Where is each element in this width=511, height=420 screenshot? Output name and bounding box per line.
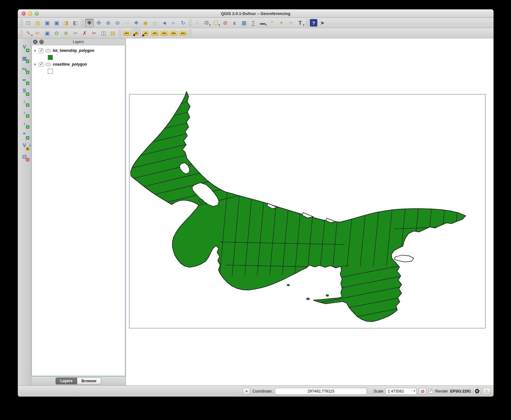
chevron-down-icon[interactable]: ▼: [218, 24, 221, 27]
field-calculator-icon[interactable]: ∑: [249, 19, 258, 27]
pan-to-selection-icon[interactable]: ✜: [94, 19, 103, 27]
zoom-last-icon[interactable]: ◄: [160, 19, 169, 27]
select-features-icon[interactable]: ☐▼: [211, 19, 220, 27]
scale-label: Scale: [374, 389, 383, 393]
add-delimited-text-layer-icon[interactable]: ❞+: [20, 130, 29, 139]
crs-status-button[interactable]: ⊕: [473, 388, 481, 395]
remove-layer-icon[interactable]: ⊟−: [20, 152, 29, 161]
new-shapefile-layer-icon[interactable]: V✱▼: [20, 141, 29, 150]
zoom-to-selection-icon[interactable]: ◉: [141, 19, 150, 27]
cut-features-icon[interactable]: ✂: [90, 29, 98, 37]
panel-detach-icon[interactable]: ❐: [39, 40, 44, 44]
message-log-button[interactable]: ⚠: [483, 388, 490, 395]
help-contents-glyph: ?: [312, 21, 315, 25]
zoom-native-icon[interactable]: 1:1: [122, 19, 131, 27]
chevron-down-icon[interactable]: ▼: [412, 390, 416, 393]
map-canvas[interactable]: [126, 38, 494, 385]
label-properties-icon[interactable]: abc: [179, 29, 187, 37]
measure-line-icon[interactable]: ▬▼: [258, 19, 267, 27]
chevron-down-icon[interactable]: ▼: [265, 24, 267, 27]
zoom-next-icon[interactable]: ►: [169, 19, 178, 27]
new-print-composer-icon[interactable]: ◨: [62, 19, 70, 27]
zoom-window-button[interactable]: [35, 12, 39, 16]
label-show-hide-icon[interactable]: abc: [151, 29, 159, 37]
open-attribute-table-icon[interactable]: ▦: [240, 19, 248, 27]
open-project-icon[interactable]: ▤: [33, 19, 42, 27]
node-tool-icon[interactable]: ✑: [71, 29, 80, 37]
layer-item-lot_township_polygon[interactable]: ▼lot_township_polygon: [33, 47, 124, 54]
save-layer-edits-icon[interactable]: ▣: [43, 29, 52, 37]
toggle-editing-icon[interactable]: ✏: [33, 29, 42, 37]
panel-close-icon[interactable]: ✕: [33, 40, 37, 44]
label-move-icon[interactable]: abc: [160, 29, 169, 37]
symbology-swatch[interactable]: [48, 69, 53, 74]
add-feature-icon[interactable]: ✿: [52, 29, 61, 37]
layers-panel-title: Layers: [31, 40, 126, 44]
add-spatialite-layer-icon[interactable]: ✒+: [20, 76, 29, 84]
label-highlight-pinned-icon[interactable]: ab: [141, 29, 150, 37]
titlebar: QGIS 2.0.1-Dufour – Georeferencing: [18, 9, 494, 18]
identify-features-icon[interactable]: i: [193, 19, 201, 27]
toggle-editing-glyph: ✏: [36, 31, 40, 36]
move-feature-icon[interactable]: ❀: [62, 29, 70, 37]
deselect-all-glyph: ⊘: [223, 20, 227, 26]
whats-this-icon[interactable]: ➤: [318, 19, 327, 27]
run-feature-action-glyph: ❂: [204, 20, 209, 26]
add-raster-layer-icon[interactable]: ▦+: [20, 54, 29, 62]
current-edits-icon[interactable]: ✎▼: [24, 29, 33, 37]
panel-tab-layers[interactable]: Layers: [56, 378, 77, 384]
save-project-icon[interactable]: ▣: [43, 19, 52, 27]
add-wms-layer-icon[interactable]: ♁+: [20, 97, 29, 106]
minimize-window-button[interactable]: [28, 12, 32, 16]
add-postgis-layer-icon[interactable]: Pg+: [20, 65, 29, 73]
add-wfs-layer-icon[interactable]: ♁+: [20, 119, 29, 128]
scale-combo[interactable]: 1:473562 ▼: [385, 388, 417, 395]
coordinate-input[interactable]: 297492,778115: [275, 388, 367, 395]
polygon-layer-icon: [45, 49, 51, 52]
symbology-swatch[interactable]: [48, 55, 53, 60]
expand-triangle-icon[interactable]: ▼: [33, 63, 37, 66]
map-tips-icon[interactable]: ❝: [268, 19, 276, 27]
label-pin-unpin-icon[interactable]: ab: [132, 29, 141, 37]
new-bookmark-icon[interactable]: ✦: [277, 19, 286, 27]
whats-this-glyph: ➤: [320, 20, 325, 26]
delete-selected-icon[interactable]: ✗: [80, 29, 89, 37]
zoom-full-icon[interactable]: ❖: [132, 19, 141, 27]
chevron-down-icon[interactable]: ▼: [302, 24, 305, 27]
add-mssql-layer-icon[interactable]: S+: [20, 86, 29, 95]
layer-item-coastline_polygon[interactable]: ▼coastline_polygon: [33, 61, 124, 68]
paste-features-icon[interactable]: ▤: [108, 29, 117, 37]
add-vector-layer-icon[interactable]: V+: [20, 43, 29, 52]
layer-visibility-checkbox[interactable]: [39, 62, 43, 67]
zoom-out-icon[interactable]: ⊖: [113, 19, 122, 27]
open-project-glyph: ▤: [35, 20, 40, 26]
save-project-as-icon[interactable]: ▣: [52, 19, 61, 27]
pan-map-icon[interactable]: ✥: [85, 19, 94, 27]
expand-triangle-icon[interactable]: ▼: [33, 49, 37, 52]
chevron-down-icon[interactable]: ▼: [31, 34, 33, 37]
label-settings-icon[interactable]: abc: [122, 29, 131, 37]
show-bookmarks-icon[interactable]: ✧: [286, 19, 295, 27]
chevron-down-icon[interactable]: ▼: [209, 24, 211, 27]
close-window-button[interactable]: [22, 12, 26, 16]
panel-tab-browser[interactable]: Browser: [77, 378, 101, 384]
new-project-icon[interactable]: □: [24, 19, 33, 27]
save-layer-edits-glyph: ▣: [45, 31, 50, 36]
deselect-all-icon[interactable]: ⊘: [221, 19, 230, 27]
label-rotate-icon[interactable]: abc: [169, 29, 178, 37]
text-annotation-icon[interactable]: T▼: [296, 19, 305, 27]
add-wcs-layer-icon[interactable]: ♁+: [20, 108, 29, 117]
render-checkbox[interactable]: [429, 389, 433, 393]
map-refresh-glyph: ↻: [181, 20, 185, 26]
run-feature-action-icon[interactable]: ❂▼: [202, 19, 211, 27]
coordinate-capture-icon[interactable]: ⌖: [243, 388, 250, 395]
zoom-to-layer-icon[interactable]: ◎: [151, 19, 159, 27]
composer-manager-icon[interactable]: ◧: [71, 19, 80, 27]
select-by-expression-icon[interactable]: ε: [230, 19, 239, 27]
stop-render-button[interactable]: ⊘: [419, 388, 426, 395]
map-refresh-icon[interactable]: ↻: [179, 19, 187, 27]
layer-visibility-checkbox[interactable]: [39, 48, 43, 53]
help-contents-icon[interactable]: ?: [310, 19, 317, 27]
zoom-in-icon[interactable]: ⊕: [104, 19, 112, 27]
copy-features-icon[interactable]: ◫: [99, 29, 108, 37]
